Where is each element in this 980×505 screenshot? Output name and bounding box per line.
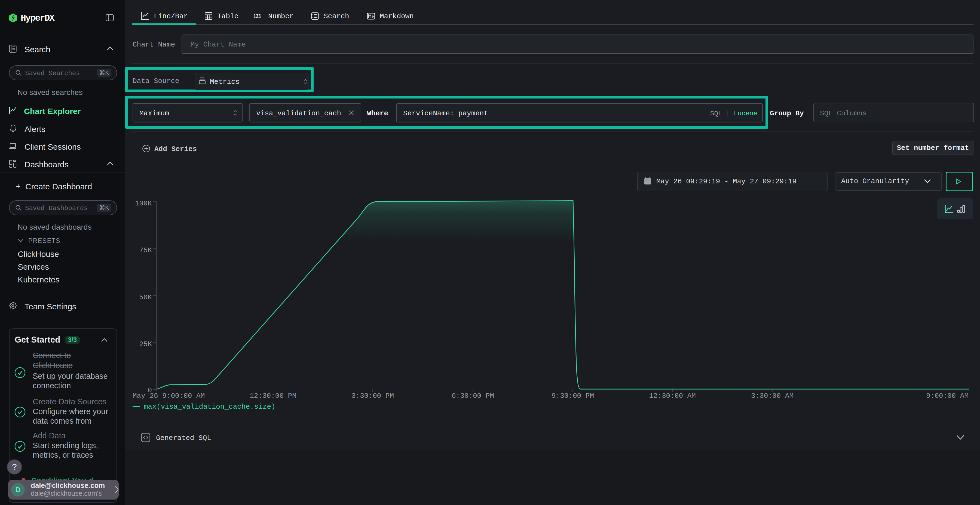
svg-text:max(visa_validation_cache.size: max(visa_validation_cache.size) (144, 403, 275, 411)
svg-text:12:30:00 AM: 12:30:00 AM (649, 392, 696, 400)
svg-text:100K: 100K (135, 199, 152, 208)
svg-text:12:30:00 PM: 12:30:00 PM (250, 392, 296, 400)
svg-text:9:00:00 AM: 9:00:00 AM (926, 392, 969, 400)
svg-text:75K: 75K (139, 246, 152, 254)
svg-text:3:30:00 PM: 3:30:00 PM (352, 392, 394, 400)
svg-text:May 26 9:00:00 AM: May 26 9:00:00 AM (132, 392, 205, 400)
svg-text:25K: 25K (139, 340, 152, 348)
svg-text:6:30:00 PM: 6:30:00 PM (452, 392, 494, 400)
svg-text:9:30:00 PM: 9:30:00 PM (552, 392, 594, 400)
svg-text:3:30:00 AM: 3:30:00 AM (751, 392, 794, 400)
svg-text:50K: 50K (139, 293, 152, 302)
